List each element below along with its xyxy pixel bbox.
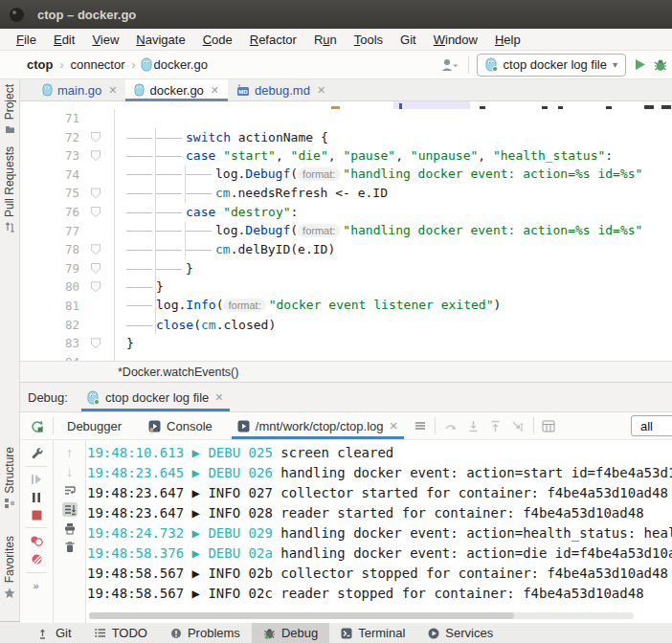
breadcrumb-file[interactable]: docker.go xyxy=(152,57,210,72)
fold-marker-icon[interactable] xyxy=(91,281,101,292)
settings-wrench-icon[interactable] xyxy=(30,446,43,459)
line-number[interactable]: 73 xyxy=(20,146,79,166)
statusbar-git[interactable]: Git xyxy=(27,622,83,643)
line-number[interactable]: 79 xyxy=(20,259,79,278)
scroll-to-end-icon[interactable] xyxy=(62,502,78,517)
fold-marker-icon[interactable] xyxy=(91,263,101,274)
stripe-button-favorites[interactable]: Favorites xyxy=(0,536,19,599)
menu-window[interactable]: Window xyxy=(425,33,486,47)
run-configuration-label: ctop docker log file xyxy=(504,57,607,72)
run-configuration-select[interactable]: ctop docker log file ▾ xyxy=(477,54,626,77)
move-up-icon[interactable] xyxy=(489,420,502,432)
go-file-icon xyxy=(42,83,53,97)
stop-button[interactable] xyxy=(32,510,42,521)
menu-refactor[interactable]: Refactor xyxy=(241,33,305,47)
stripe-button-pull-requests[interactable]: Pull Requests xyxy=(0,146,19,233)
tab-whitespace-mark xyxy=(126,325,152,326)
statusbar-todo[interactable]: TODO xyxy=(83,622,159,643)
menu-help[interactable]: Help xyxy=(486,33,529,47)
menu-code[interactable]: Code xyxy=(194,33,241,47)
menu-run[interactable]: Run xyxy=(305,33,346,47)
line-number[interactable]: 76 xyxy=(20,203,79,222)
fold-marker-icon[interactable] xyxy=(91,244,101,255)
close-icon[interactable]: ✕ xyxy=(211,84,219,97)
todo-list-icon xyxy=(95,628,106,638)
fold-marker-icon[interactable] xyxy=(91,338,101,348)
resume-button[interactable] xyxy=(31,474,42,485)
debug-button[interactable] xyxy=(654,58,668,72)
clear-all-trash-icon[interactable] xyxy=(64,541,76,553)
tab-log-file[interactable]: /mnt/work/ctop/ctop.log ✕ xyxy=(230,412,406,439)
tab-debugger[interactable]: Debugger xyxy=(59,412,129,439)
line-number[interactable]: 82 xyxy=(20,316,79,335)
gutter-fold-column xyxy=(79,353,115,361)
line-number[interactable]: 83 xyxy=(20,334,79,353)
line-number[interactable]: 77 xyxy=(20,222,79,241)
fold-marker-icon[interactable] xyxy=(91,207,101,217)
down-arrow-icon[interactable]: ↓ xyxy=(66,465,73,478)
statusbar-services[interactable]: Services xyxy=(416,622,504,643)
line-number[interactable]: 74 xyxy=(20,166,79,185)
close-icon[interactable]: ✕ xyxy=(108,84,117,97)
markdown-file-icon: MD xyxy=(236,84,250,97)
soft-wrap-icon[interactable] xyxy=(63,484,77,497)
pause-button[interactable] xyxy=(32,492,41,503)
fold-marker-icon[interactable] xyxy=(91,188,101,198)
move-down-icon[interactable] xyxy=(467,420,480,432)
mute-breakpoints-button[interactable] xyxy=(31,553,43,565)
run-to-cursor-icon[interactable] xyxy=(511,420,526,432)
menu-navigate[interactable]: Navigate xyxy=(127,33,193,47)
tab-debug-md[interactable]: MD debug.md ✕ xyxy=(228,79,334,100)
line-number[interactable]: 80 xyxy=(20,277,79,297)
menu-tools[interactable]: Tools xyxy=(346,33,392,47)
statusbar-debug[interactable]: Debug xyxy=(252,622,329,643)
line-number[interactable]: 84 xyxy=(20,353,79,361)
statusbar-problems[interactable]: Problems xyxy=(159,622,252,643)
code-text: } xyxy=(115,259,193,278)
statusbar-terminal[interactable]: Terminal xyxy=(329,622,416,643)
more-actions-button[interactable]: » xyxy=(33,580,39,591)
log-output[interactable]: 19:48:10.613 ▶ DEBU 025 screen cleared19… xyxy=(87,443,672,610)
tab-console[interactable]: Console xyxy=(141,412,220,439)
print-icon[interactable] xyxy=(63,522,77,535)
menu-view[interactable]: View xyxy=(83,33,127,47)
code-editor[interactable]: 7172switch actionName {73case "start", "… xyxy=(20,101,672,361)
line-number[interactable]: 75 xyxy=(20,184,79,203)
tab-whitespace-mark xyxy=(126,287,152,288)
run-button[interactable] xyxy=(634,58,646,71)
scrollbar-thumb[interactable] xyxy=(89,612,514,619)
breadcrumb-package[interactable]: connector xyxy=(68,57,126,72)
fold-marker-icon[interactable] xyxy=(91,132,101,143)
rerun-button[interactable] xyxy=(30,419,44,433)
close-icon[interactable]: ✕ xyxy=(317,84,325,97)
breadcrumb-project[interactable]: ctop xyxy=(25,57,55,72)
line-number[interactable]: 78 xyxy=(20,240,79,259)
code-text: log.Info(format:"docker event listener e… xyxy=(115,296,501,316)
debug-actions-toolbar: » xyxy=(20,440,54,623)
debug-session-tab[interactable]: ctop docker log file ✕ xyxy=(81,383,230,411)
menu-file[interactable]: File xyxy=(8,33,45,47)
prev-occurrence-icon[interactable] xyxy=(443,420,458,432)
menu-git[interactable]: Git xyxy=(392,33,425,47)
up-arrow-icon[interactable]: ↑ xyxy=(66,446,73,459)
options-menu-icon[interactable] xyxy=(414,420,427,432)
window-menu-icon[interactable] xyxy=(10,8,24,22)
line-number[interactable]: 72 xyxy=(20,128,79,147)
close-icon[interactable]: ✕ xyxy=(389,420,397,432)
user-avatar-icon[interactable] xyxy=(439,58,460,72)
gutter-fold-column xyxy=(79,240,115,259)
log-level-filter-select[interactable]: all xyxy=(631,415,672,436)
stripe-button-structure[interactable]: Structure xyxy=(0,447,19,508)
line-number[interactable]: 81 xyxy=(20,297,79,316)
fold-marker-icon[interactable] xyxy=(91,150,101,161)
line-number[interactable]: 71 xyxy=(20,109,79,128)
evaluate-table-icon[interactable] xyxy=(542,420,555,432)
tab-main-go[interactable]: main.go ✕ xyxy=(34,79,125,100)
horizontal-scrollbar[interactable] xyxy=(89,612,634,619)
menu-edit[interactable]: Edit xyxy=(45,33,83,47)
view-breakpoints-button[interactable] xyxy=(30,535,43,546)
stripe-button-project[interactable]: Project xyxy=(0,84,19,134)
close-icon[interactable]: ✕ xyxy=(214,391,223,404)
tab-docker-go[interactable]: docker.go ✕ xyxy=(125,79,228,100)
session-tab-label: ctop docker log file xyxy=(105,390,209,405)
